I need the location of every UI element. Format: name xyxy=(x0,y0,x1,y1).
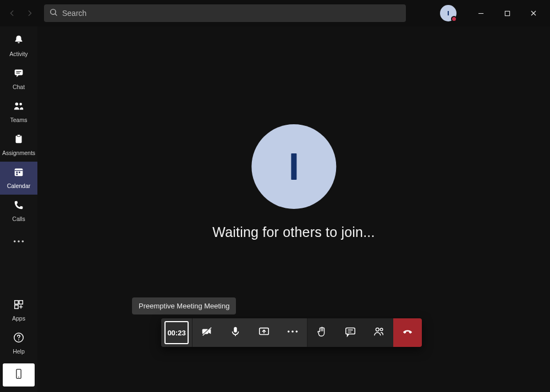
svg-point-42 xyxy=(380,328,383,331)
people-icon xyxy=(373,325,385,340)
svg-point-26 xyxy=(18,339,19,340)
svg-rect-24 xyxy=(15,305,18,308)
svg-rect-18 xyxy=(16,174,18,175)
mic-icon xyxy=(229,325,241,340)
meeting-title-tooltip: Preemptive Meeting Meeting xyxy=(132,297,236,314)
mobile-icon xyxy=(13,367,24,383)
svg-point-11 xyxy=(19,103,22,106)
get-mobile-app-button[interactable] xyxy=(3,363,35,387)
svg-rect-2 xyxy=(448,11,449,15)
svg-rect-13 xyxy=(17,135,20,137)
rail-calendar[interactable]: Calendar xyxy=(0,162,37,195)
conversation-icon xyxy=(344,325,356,340)
rail-teams-label: Teams xyxy=(10,117,28,123)
svg-point-21 xyxy=(22,240,24,242)
more-icon xyxy=(13,236,25,246)
svg-point-28 xyxy=(18,377,19,378)
svg-rect-22 xyxy=(15,301,18,304)
rail-teams[interactable]: Teams xyxy=(0,96,37,129)
app-rail: Activity Chat Teams Assignments Calendar xyxy=(0,26,37,392)
raise-hand-button[interactable] xyxy=(307,318,336,347)
meeting-stage: Waiting for others to join... Preemptive… xyxy=(37,26,550,392)
hang-up-button[interactable] xyxy=(393,318,422,347)
rail-chat[interactable]: Chat xyxy=(0,63,37,96)
svg-point-10 xyxy=(15,103,18,106)
rail-help[interactable]: Help xyxy=(0,327,37,360)
title-bar xyxy=(0,0,550,26)
svg-rect-4 xyxy=(505,11,509,15)
presence-badge xyxy=(451,16,457,22)
assignments-icon xyxy=(13,133,25,147)
hand-icon xyxy=(316,325,328,340)
waiting-text: Waiting for others to join... xyxy=(212,224,375,240)
svg-rect-16 xyxy=(16,172,18,173)
rail-calendar-label: Calendar xyxy=(7,183,31,189)
nav-forward-button[interactable] xyxy=(22,5,37,21)
teams-icon xyxy=(13,100,25,114)
show-participants-button[interactable] xyxy=(365,318,393,347)
rail-assignments-label: Assignments xyxy=(2,150,35,156)
profile-avatar[interactable] xyxy=(440,5,457,21)
svg-rect-38 xyxy=(346,328,355,334)
svg-point-20 xyxy=(18,240,20,242)
svg-rect-32 xyxy=(234,327,237,333)
toggle-camera-button[interactable] xyxy=(193,318,221,347)
rail-assignments[interactable]: Assignments xyxy=(0,129,37,162)
svg-rect-7 xyxy=(15,70,23,75)
svg-line-1 xyxy=(55,14,57,15)
svg-point-36 xyxy=(292,330,294,333)
more-icon xyxy=(287,325,299,340)
self-avatar xyxy=(251,124,336,209)
window-close-button[interactable] xyxy=(521,4,546,22)
search-input[interactable] xyxy=(62,9,400,18)
rail-help-label: Help xyxy=(13,348,25,355)
calendar-icon xyxy=(13,166,25,180)
call-controls: 00:23 xyxy=(161,318,422,347)
toggle-mic-button[interactable] xyxy=(221,318,250,347)
search-icon xyxy=(50,8,58,19)
rail-chat-label: Chat xyxy=(13,84,25,90)
search-box[interactable] xyxy=(44,4,406,22)
rail-calls-label: Calls xyxy=(12,216,25,222)
share-screen-button[interactable] xyxy=(250,318,278,347)
phone-icon xyxy=(13,199,25,213)
rail-calls[interactable]: Calls xyxy=(0,195,37,228)
hang-up-icon xyxy=(402,325,414,340)
call-timer[interactable]: 00:23 xyxy=(161,318,192,347)
window-minimize-button[interactable] xyxy=(469,4,493,22)
rail-more-button[interactable] xyxy=(0,230,37,252)
bell-icon xyxy=(13,34,25,48)
nav-back-button[interactable] xyxy=(4,5,20,21)
svg-rect-23 xyxy=(19,301,23,304)
apps-icon xyxy=(13,299,25,313)
waiting-block: Waiting for others to join... xyxy=(212,124,375,240)
svg-point-19 xyxy=(14,240,16,242)
show-conversation-button[interactable] xyxy=(336,318,365,347)
more-actions-button[interactable] xyxy=(278,318,307,347)
rail-activity-label: Activity xyxy=(9,51,28,57)
help-icon xyxy=(13,332,25,346)
rail-activity[interactable]: Activity xyxy=(0,30,37,63)
svg-point-37 xyxy=(296,330,298,333)
rail-apps[interactable]: Apps xyxy=(0,294,37,327)
window-maximize-button[interactable] xyxy=(495,4,519,22)
svg-point-35 xyxy=(288,330,290,333)
svg-point-41 xyxy=(376,328,379,331)
call-timer-value: 00:23 xyxy=(164,321,189,344)
chat-icon xyxy=(13,67,25,81)
svg-rect-17 xyxy=(19,172,20,173)
rail-apps-label: Apps xyxy=(12,315,25,322)
camera-off-icon xyxy=(201,325,213,340)
share-icon xyxy=(258,325,270,340)
